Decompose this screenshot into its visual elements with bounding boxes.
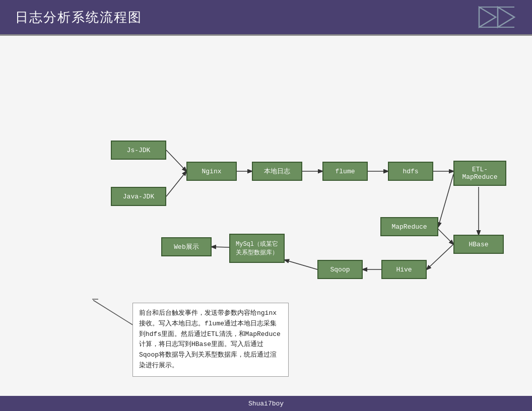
svg-line-16 <box>285 260 317 269</box>
node-web: Web展示 <box>161 237 212 256</box>
node-nginx: Nginx <box>186 162 237 181</box>
main-content: Js-JDK Java-JDK Nginx 本地日志 flume hdfs ET… <box>0 36 532 396</box>
svg-line-18 <box>93 300 134 325</box>
svg-marker-0 <box>479 7 496 27</box>
node-hdfs: hdfs <box>388 162 433 181</box>
svg-line-5 <box>166 171 186 196</box>
svg-line-17 <box>212 247 229 247</box>
note-description: 前台和后台触发事件，发送带参数内容给nginx接收。写入本地日志。flume通过… <box>132 303 289 377</box>
node-etl-mr: ETL- MapReduce <box>453 161 506 186</box>
svg-line-14 <box>427 244 453 269</box>
svg-marker-1 <box>498 7 514 27</box>
note-pointer <box>88 298 139 328</box>
footer-text: Shuai7boy <box>248 400 284 407</box>
node-mapreduce: MapReduce <box>380 217 438 236</box>
node-mysql: MySql（或某它关系型数据库） <box>229 234 285 263</box>
header-logo <box>477 5 517 30</box>
svg-line-4 <box>166 150 186 171</box>
node-hive: Hive <box>381 260 427 279</box>
node-sqoop: Sqoop <box>317 260 363 279</box>
node-js-jdk: Js-JDK <box>111 141 166 160</box>
page-title: 日志分析系统流程图 <box>15 9 142 26</box>
node-flume: flume <box>322 162 368 181</box>
node-hbase: HBase <box>453 235 504 254</box>
svg-line-12 <box>438 174 453 227</box>
node-local-log: 本地日志 <box>252 162 302 181</box>
node-java-jdk: Java-JDK <box>111 187 166 206</box>
header: 日志分析系统流程图 <box>0 0 532 34</box>
svg-line-13 <box>436 227 453 244</box>
footer: Shuai7boy <box>0 396 532 411</box>
